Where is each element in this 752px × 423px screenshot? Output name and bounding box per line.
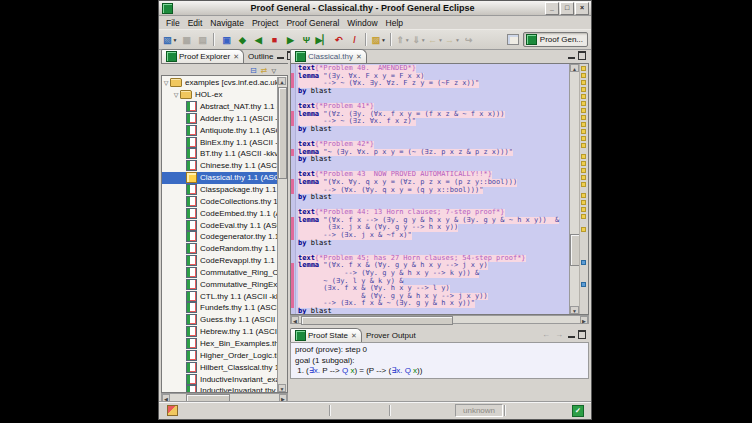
- tab-prover-output[interactable]: Prover Output: [362, 328, 420, 342]
- pg-restart-icon[interactable]: /: [347, 32, 361, 47]
- new-wizard-icon[interactable]: ▧▼: [163, 32, 177, 47]
- menu-window[interactable]: Window: [343, 18, 381, 28]
- tree-item-hilbert_classical[interactable]: Hilbert_Classical.thy 1.1: [162, 361, 278, 373]
- tree-item-commutative_ringex[interactable]: Commutative_RingEx.thy: [162, 278, 278, 290]
- pg-interrupt-icon[interactable]: ■: [267, 32, 281, 47]
- pg-activate-scripting-icon[interactable]: ▣: [219, 32, 233, 47]
- open-perspective-icon[interactable]: [507, 34, 519, 45]
- tree-item-coderevappl[interactable]: CodeRevappl.thy 1.1 (ASCII): [162, 255, 278, 267]
- menu-edit[interactable]: Edit: [184, 18, 207, 28]
- annotation-mark[interactable]: [581, 136, 586, 141]
- annotation-mark[interactable]: [581, 108, 586, 113]
- minimize-button[interactable]: _: [545, 2, 559, 15]
- forward-arrow-icon[interactable]: →: [555, 330, 563, 339]
- tree-horizontal-scrollbar[interactable]: ◀ ▶: [161, 393, 288, 402]
- pg-undo-all-icon[interactable]: ↶: [331, 32, 345, 47]
- code-line[interactable]: --> ~ (∀x. ∃y. ∀z. F z y = (~F z x))": [298, 80, 568, 88]
- annotation-mark[interactable]: [581, 101, 586, 106]
- open-location-icon[interactable]: ▨▼: [371, 32, 385, 47]
- tree-vertical-scrollbar[interactable]: ▲ ▼: [277, 77, 287, 392]
- annotation-mark[interactable]: [581, 207, 586, 212]
- code-line[interactable]: by blast: [298, 308, 568, 315]
- collapse-all-icon[interactable]: ⊟: [250, 66, 257, 75]
- pg-goto-end-icon[interactable]: ▶▏: [315, 32, 329, 47]
- editor-body[interactable]: text{*Problem 40. AMENDED*}lemma "(∃y. ∀…: [290, 63, 589, 315]
- tree-item-commutative_ring_complete[interactable]: Commutative_Ring_Complete: [162, 267, 278, 279]
- code-line[interactable]: lemma "~ (∃y. ∀x. p x y = (~ (∃z. p x z …: [298, 149, 568, 157]
- tree-item-inductiveinvariant[interactable]: InductiveInvariant.thy 1.1: [162, 385, 278, 392]
- minimize-view-icon[interactable]: [277, 57, 284, 59]
- tree-root-examples[interactable]: ▽examples [cvs.inf.ed.ac.uk]: [162, 77, 278, 89]
- code-line[interactable]: by blast: [298, 88, 568, 96]
- tree-item-higher_order_logic[interactable]: Higher_Order_Logic.thy: [162, 349, 278, 361]
- link-with-editor-icon[interactable]: ⇄: [261, 66, 268, 75]
- annotation-mark[interactable]: [581, 175, 586, 180]
- tab-proof-explorer[interactable]: Proof Explorer ✕: [161, 49, 244, 63]
- code-text[interactable]: text{*Problem 40. AMENDED*}lemma "(∃y. ∀…: [298, 65, 568, 315]
- close-button[interactable]: ×: [575, 2, 589, 15]
- view-menu-icon[interactable]: ▽: [271, 67, 276, 74]
- tree-item-binex[interactable]: BinEx.thy 1.1 (ASCII -kkv): [162, 136, 278, 148]
- annotation-mark[interactable]: [581, 182, 586, 187]
- proof-state-content[interactable]: proof (prove): step 0goal (1 subgoal): 1…: [290, 342, 589, 379]
- code-line[interactable]: --> (∀x. (∀y. q x y = (q y x::bool)))": [298, 187, 568, 195]
- proof-general-perspective-button[interactable]: Proof Gen...: [523, 32, 588, 47]
- annotation-mark[interactable]: [581, 115, 586, 120]
- close-icon[interactable]: ✕: [351, 332, 357, 340]
- maximize-panel-icon[interactable]: [578, 330, 586, 339]
- annotation-mark[interactable]: [581, 154, 586, 159]
- tree-item-guess[interactable]: Guess.thy 1.1 (ASCII -kkv): [162, 314, 278, 326]
- tree-item-adder[interactable]: Adder.thy 1.1 (ASCII -kkv): [162, 113, 278, 125]
- tree-item-classpackage[interactable]: Classpackage.thy 1.1 (ASCII): [162, 184, 278, 196]
- tree-item-codecollections[interactable]: CodeCollections.thy 1.1: [162, 195, 278, 207]
- code-line[interactable]: by blast: [298, 240, 568, 248]
- annotation-mark[interactable]: [581, 161, 586, 166]
- tree-item-codeeval[interactable]: CodeEval.thy 1.1 (ASCII): [162, 219, 278, 231]
- pg-goto-icon[interactable]: ◆: [235, 32, 249, 47]
- annotation-mark[interactable]: [581, 66, 586, 71]
- tree-item-inductiveinvariant_examp[interactable]: InductiveInvariant_examp: [162, 373, 278, 385]
- annotation-mark[interactable]: [581, 200, 586, 205]
- annotation-mark[interactable]: [581, 122, 586, 127]
- tree-item-coderandom[interactable]: CodeRandom.thy 1.1 (ASCII): [162, 243, 278, 255]
- minimize-panel-icon[interactable]: [568, 336, 575, 338]
- tab-classical-thy[interactable]: Classical.thy ✕: [290, 49, 367, 63]
- annotation-mark[interactable]: [581, 80, 586, 85]
- code-line[interactable]: by blast: [298, 156, 568, 164]
- annotation-mark[interactable]: [581, 168, 586, 173]
- code-line[interactable]: --> ~ (∃z. ∀x. f x z)": [298, 118, 568, 126]
- code-line[interactable]: by blast: [298, 194, 568, 202]
- code-line[interactable]: --> (∃x. j x & ~f x)": [298, 232, 568, 240]
- pg-undo-step-icon[interactable]: ◀: [251, 32, 265, 47]
- tree-item-classical[interactable]: Classical.thy 1.1 (ASCII -kkv): [162, 172, 278, 184]
- annotation-mark[interactable]: [581, 143, 586, 148]
- annotation-mark[interactable]: [581, 227, 586, 232]
- code-line[interactable]: by blast: [298, 126, 568, 134]
- annotation-mark[interactable]: [581, 193, 586, 198]
- pg-use-goblet-icon[interactable]: Ψ: [299, 32, 313, 47]
- code-line[interactable]: --> (∃x. f x & ~ (∃y. g y & h x y))": [298, 300, 568, 308]
- tree-folder-hol-ex[interactable]: ▽HOL-ex: [162, 89, 278, 101]
- tree-item-codeembed[interactable]: CodeEmbed.thy 1.1 (ASCII): [162, 207, 278, 219]
- menu-proof-general[interactable]: Proof General: [282, 18, 343, 28]
- menu-project[interactable]: Project: [248, 18, 282, 28]
- annotation-mark[interactable]: [581, 73, 586, 78]
- editor-horizontal-scrollbar[interactable]: ◀ ▶: [290, 315, 589, 324]
- menu-file[interactable]: File: [162, 18, 184, 28]
- menu-navigate[interactable]: Navigate: [206, 18, 248, 28]
- tree-item-chinese[interactable]: Chinese.thy 1.1 (ASCII -kkv): [162, 160, 278, 172]
- annotation-mark[interactable]: [581, 214, 586, 219]
- close-icon[interactable]: ✕: [233, 53, 239, 61]
- tree-item-bt[interactable]: BT.thy 1.1 (ASCII -kkv): [162, 148, 278, 160]
- annotation-mark[interactable]: [581, 87, 586, 92]
- tree-item-fundefs[interactable]: Fundefs.thy 1.1 (ASCII): [162, 302, 278, 314]
- tree-item-hex_bin_examples[interactable]: Hex_Bin_Examples.thy: [162, 338, 278, 350]
- tree-item-abstract_nat[interactable]: Abstract_NAT.thy 1.1 (ASCII -kkv): [162, 101, 278, 113]
- tree-item-ctl[interactable]: CTL.thy 1.1 (ASCII -kkv): [162, 290, 278, 302]
- annotation-mark[interactable]: [581, 129, 586, 134]
- tab-outline[interactable]: Outline: [244, 49, 277, 63]
- menu-help[interactable]: Help: [382, 18, 407, 28]
- annotation-mark[interactable]: [581, 94, 586, 99]
- tab-proof-state[interactable]: Proof State ✕: [290, 328, 362, 342]
- back-arrow-icon[interactable]: ←: [542, 330, 550, 339]
